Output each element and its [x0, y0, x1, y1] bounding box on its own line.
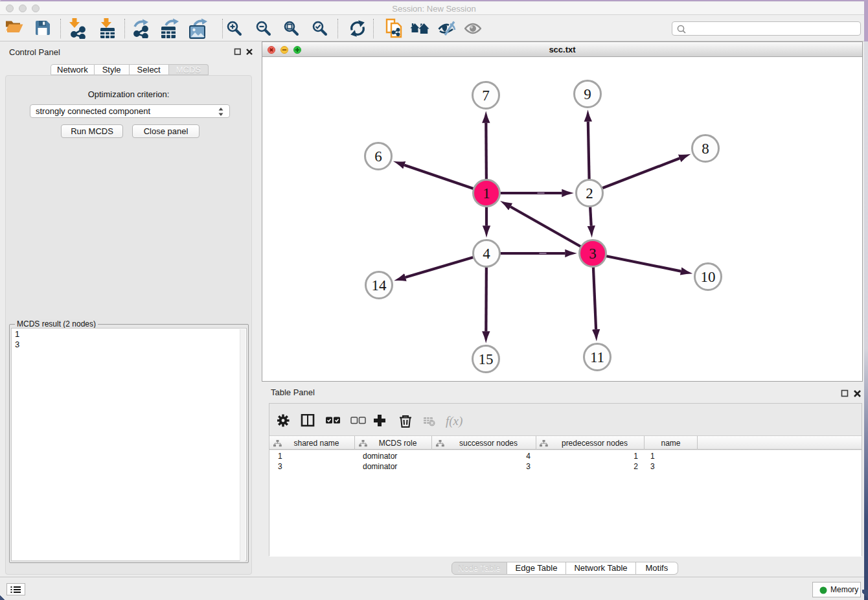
- svg-text:6: 6: [374, 148, 382, 165]
- svg-text:7: 7: [482, 87, 490, 104]
- svg-text:9: 9: [584, 86, 591, 102]
- svg-text:10: 10: [701, 269, 716, 285]
- svg-text:8: 8: [702, 141, 709, 157]
- svg-text:4: 4: [483, 246, 490, 262]
- svg-text:1: 1: [483, 185, 490, 202]
- svg-text:15: 15: [479, 351, 494, 367]
- svg-text:f(x): f(x): [446, 414, 463, 428]
- svg-text:2: 2: [586, 185, 593, 202]
- svg-text:3: 3: [589, 246, 597, 262]
- svg-text:14: 14: [372, 277, 387, 294]
- svg-text:11: 11: [590, 349, 604, 365]
